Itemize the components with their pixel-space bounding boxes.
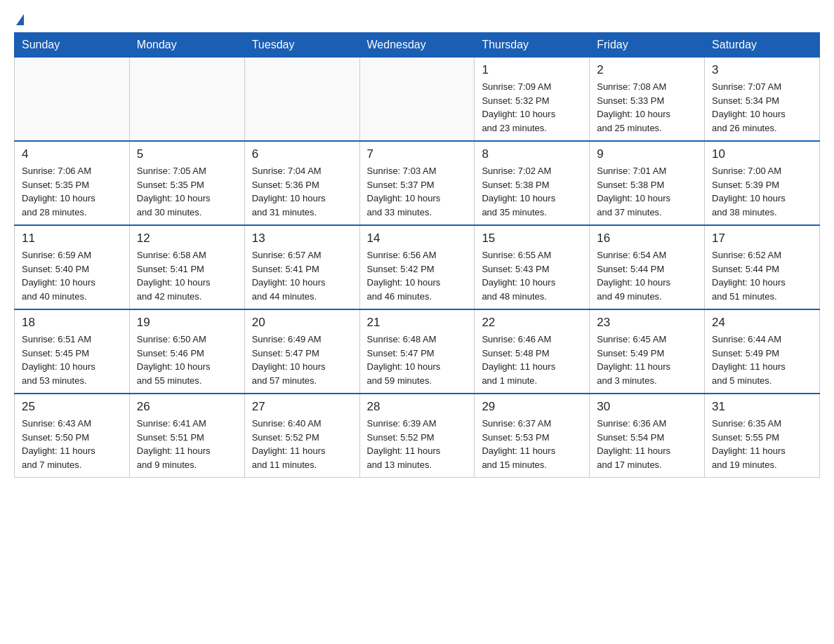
calendar-cell [244,58,359,142]
day-number: 11 [22,232,122,246]
day-info: Sunrise: 6:56 AMSunset: 5:42 PMDaylight:… [367,248,468,303]
day-info: Sunrise: 7:07 AMSunset: 5:34 PMDaylight:… [712,80,812,135]
day-info: Sunrise: 6:50 AMSunset: 5:46 PMDaylight:… [137,333,237,387]
day-info: Sunrise: 6:37 AMSunset: 5:53 PMDaylight:… [482,417,582,471]
day-number: 8 [482,147,582,161]
calendar-cell: 30Sunrise: 6:36 AMSunset: 5:54 PMDayligh… [590,394,705,478]
calendar-cell: 2Sunrise: 7:08 AMSunset: 5:33 PMDaylight… [590,58,705,142]
calendar-cell: 16Sunrise: 6:54 AMSunset: 5:44 PMDayligh… [590,225,705,309]
calendar-cell: 8Sunrise: 7:02 AMSunset: 5:38 PMDaylight… [475,141,590,225]
day-number: 30 [597,400,697,414]
logo [14,14,24,25]
calendar-header-monday: Monday [129,33,244,58]
calendar-week-row: 18Sunrise: 6:51 AMSunset: 5:45 PMDayligh… [15,309,820,394]
day-number: 4 [22,147,122,161]
day-number: 22 [482,316,582,330]
calendar-cell: 1Sunrise: 7:09 AMSunset: 5:32 PMDaylight… [475,58,590,142]
day-info: Sunrise: 6:54 AMSunset: 5:44 PMDaylight:… [597,248,697,303]
calendar-cell: 3Sunrise: 7:07 AMSunset: 5:34 PMDaylight… [705,58,820,142]
calendar-cell: 24Sunrise: 6:44 AMSunset: 5:49 PMDayligh… [705,309,820,394]
day-number: 18 [22,316,122,330]
day-number: 20 [252,316,352,330]
calendar-header-tuesday: Tuesday [244,33,359,58]
calendar-cell: 27Sunrise: 6:40 AMSunset: 5:52 PMDayligh… [244,394,359,478]
calendar-cell [359,58,475,142]
calendar-week-row: 25Sunrise: 6:43 AMSunset: 5:50 PMDayligh… [15,394,820,478]
day-number: 17 [712,232,812,246]
day-info: Sunrise: 6:36 AMSunset: 5:54 PMDaylight:… [597,417,697,471]
calendar-cell: 5Sunrise: 7:05 AMSunset: 5:35 PMDaylight… [129,141,244,225]
calendar-header-friday: Friday [590,33,705,58]
day-info: Sunrise: 7:00 AMSunset: 5:39 PMDaylight:… [712,164,812,219]
day-info: Sunrise: 6:57 AMSunset: 5:41 PMDaylight:… [252,248,352,303]
day-info: Sunrise: 6:45 AMSunset: 5:49 PMDaylight:… [597,333,697,387]
calendar-header-wednesday: Wednesday [359,33,475,58]
day-number: 13 [252,232,352,246]
day-number: 15 [482,232,582,246]
day-number: 23 [597,316,697,330]
day-number: 25 [22,400,122,414]
calendar-cell [15,58,130,142]
calendar-cell: 28Sunrise: 6:39 AMSunset: 5:52 PMDayligh… [359,394,475,478]
day-info: Sunrise: 6:58 AMSunset: 5:41 PMDaylight:… [137,248,237,303]
day-info: Sunrise: 6:46 AMSunset: 5:48 PMDaylight:… [482,333,582,387]
calendar-header-row: SundayMondayTuesdayWednesdayThursdayFrid… [15,33,820,58]
calendar-week-row: 1Sunrise: 7:09 AMSunset: 5:32 PMDaylight… [15,58,820,142]
calendar-cell: 17Sunrise: 6:52 AMSunset: 5:44 PMDayligh… [705,225,820,309]
day-info: Sunrise: 6:49 AMSunset: 5:47 PMDaylight:… [252,333,352,387]
page-header [14,14,820,25]
calendar-week-row: 4Sunrise: 7:06 AMSunset: 5:35 PMDaylight… [15,141,820,225]
day-info: Sunrise: 7:09 AMSunset: 5:32 PMDaylight:… [482,80,582,135]
calendar-cell: 10Sunrise: 7:00 AMSunset: 5:39 PMDayligh… [705,141,820,225]
day-number: 5 [137,147,237,161]
calendar-cell [129,58,244,142]
day-info: Sunrise: 6:59 AMSunset: 5:40 PMDaylight:… [22,248,122,303]
calendar-cell: 9Sunrise: 7:01 AMSunset: 5:38 PMDaylight… [590,141,705,225]
day-number: 9 [597,147,697,161]
calendar-table: SundayMondayTuesdayWednesdayThursdayFrid… [14,32,820,478]
day-number: 16 [597,232,697,246]
day-info: Sunrise: 7:04 AMSunset: 5:36 PMDaylight:… [252,164,352,219]
day-number: 27 [252,400,352,414]
day-info: Sunrise: 7:05 AMSunset: 5:35 PMDaylight:… [137,164,237,219]
logo-triangle-icon [16,14,24,25]
day-info: Sunrise: 6:48 AMSunset: 5:47 PMDaylight:… [367,333,468,387]
calendar-cell: 31Sunrise: 6:35 AMSunset: 5:55 PMDayligh… [705,394,820,478]
calendar-cell: 4Sunrise: 7:06 AMSunset: 5:35 PMDaylight… [15,141,130,225]
calendar-cell: 23Sunrise: 6:45 AMSunset: 5:49 PMDayligh… [590,309,705,394]
calendar-cell: 29Sunrise: 6:37 AMSunset: 5:53 PMDayligh… [475,394,590,478]
calendar-cell: 15Sunrise: 6:55 AMSunset: 5:43 PMDayligh… [475,225,590,309]
day-number: 7 [367,147,468,161]
calendar-cell: 26Sunrise: 6:41 AMSunset: 5:51 PMDayligh… [129,394,244,478]
calendar-cell: 11Sunrise: 6:59 AMSunset: 5:40 PMDayligh… [15,225,130,309]
day-info: Sunrise: 6:40 AMSunset: 5:52 PMDaylight:… [252,417,352,471]
calendar-cell: 19Sunrise: 6:50 AMSunset: 5:46 PMDayligh… [129,309,244,394]
day-number: 31 [712,400,812,414]
day-info: Sunrise: 6:44 AMSunset: 5:49 PMDaylight:… [712,333,812,387]
calendar-cell: 22Sunrise: 6:46 AMSunset: 5:48 PMDayligh… [475,309,590,394]
day-info: Sunrise: 6:55 AMSunset: 5:43 PMDaylight:… [482,248,582,303]
day-info: Sunrise: 6:51 AMSunset: 5:45 PMDaylight:… [22,333,122,387]
day-info: Sunrise: 7:06 AMSunset: 5:35 PMDaylight:… [22,164,122,219]
day-info: Sunrise: 6:39 AMSunset: 5:52 PMDaylight:… [367,417,468,471]
calendar-cell: 14Sunrise: 6:56 AMSunset: 5:42 PMDayligh… [359,225,475,309]
day-number: 1 [482,63,582,77]
day-number: 26 [137,400,237,414]
day-number: 19 [137,316,237,330]
calendar-cell: 6Sunrise: 7:04 AMSunset: 5:36 PMDaylight… [244,141,359,225]
day-number: 29 [482,400,582,414]
calendar-cell: 18Sunrise: 6:51 AMSunset: 5:45 PMDayligh… [15,309,130,394]
day-info: Sunrise: 6:41 AMSunset: 5:51 PMDaylight:… [137,417,237,471]
day-number: 6 [252,147,352,161]
day-number: 2 [597,63,697,77]
calendar-header-sunday: Sunday [15,33,130,58]
day-number: 10 [712,147,812,161]
day-number: 3 [712,63,812,77]
day-number: 21 [367,316,468,330]
day-info: Sunrise: 7:01 AMSunset: 5:38 PMDaylight:… [597,164,697,219]
calendar-cell: 21Sunrise: 6:48 AMSunset: 5:47 PMDayligh… [359,309,475,394]
day-number: 12 [137,232,237,246]
day-number: 28 [367,400,468,414]
day-info: Sunrise: 7:08 AMSunset: 5:33 PMDaylight:… [597,80,697,135]
day-info: Sunrise: 6:52 AMSunset: 5:44 PMDaylight:… [712,248,812,303]
